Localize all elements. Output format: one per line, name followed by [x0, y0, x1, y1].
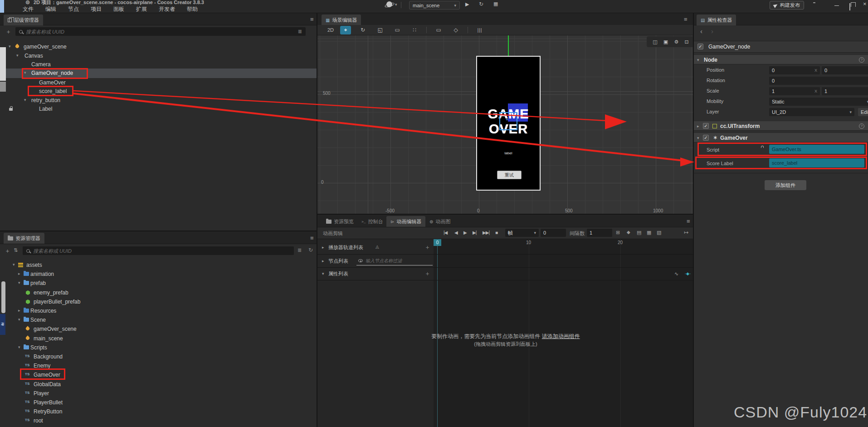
- play-icon[interactable]: ▶: [463, 230, 467, 235]
- animation-menu-icon[interactable]: ≡: [687, 218, 690, 224]
- pivot-button[interactable]: ▭: [433, 26, 444, 34]
- score-label-field[interactable]: score_label: [769, 158, 864, 167]
- layout-icon[interactable]: ◫: [653, 39, 657, 45]
- add-component-button[interactable]: 添加组件: [765, 180, 806, 190]
- coordinate-button[interactable]: ◇: [450, 26, 461, 34]
- tree-row[interactable]: GameOver: [0, 78, 317, 87]
- track-list-label[interactable]: 播放器轨道列表: [328, 244, 363, 251]
- lock-icon[interactable]: [9, 108, 13, 111]
- menu-file[interactable]: 文件: [23, 5, 34, 13]
- clip-doc-icon[interactable]: ▧: [657, 230, 661, 236]
- eye-icon[interactable]: [358, 259, 363, 262]
- scene-select-dropdown[interactable]: main_scene ▾: [409, 1, 460, 10]
- chevron-right-icon[interactable]: ▸: [18, 308, 20, 313]
- menu-panel[interactable]: 面板: [113, 5, 124, 13]
- restore-button[interactable]: [849, 3, 850, 10]
- menu-developer[interactable]: 开发者: [159, 5, 175, 13]
- property-list-label[interactable]: 属性列表: [328, 270, 348, 277]
- tab-animation-graph[interactable]: ⊚ 动画图: [425, 216, 454, 227]
- grid-toggle-icon[interactable]: ⊞: [616, 230, 620, 236]
- tree-row[interactable]: TS GlobalData: [0, 380, 317, 389]
- view-config-icon[interactable]: ⊡: [685, 39, 689, 45]
- save-clip-icon[interactable]: ▤: [637, 230, 641, 236]
- menu-node[interactable]: 节点: [68, 5, 79, 13]
- tree-row[interactable]: ▾ gameOver_scene: [0, 42, 317, 51]
- chevron-down-icon[interactable]: ▾: [9, 44, 11, 49]
- hierarchy-add-button[interactable]: ＋: [5, 28, 11, 36]
- skip-start-icon[interactable]: |◀: [444, 230, 447, 235]
- snap-settings-button[interactable]: |||: [474, 26, 485, 34]
- divider[interactable]: [0, 231, 317, 231]
- add-property-button[interactable]: ＋: [424, 270, 430, 278]
- node-section-header[interactable]: ▾ Node ?: [694, 54, 868, 64]
- tree-row[interactable]: TS Enemy: [0, 361, 317, 370]
- move-tool-button[interactable]: ⌖: [340, 26, 351, 34]
- minimize-button[interactable]: [834, 5, 839, 6]
- prev-frame-icon[interactable]: ◀: [454, 230, 458, 235]
- tree-row[interactable]: ▾ prefab: [0, 279, 317, 288]
- scale-x-field[interactable]: 1 X: [769, 87, 820, 95]
- hierarchy-search-input[interactable]: [26, 29, 295, 34]
- rect-tool-button[interactable]: ▭: [392, 26, 403, 34]
- tree-row[interactable]: ▾ assets: [0, 260, 317, 270]
- tab-console[interactable]: >_ 控制台: [357, 216, 387, 227]
- divider[interactable]: [693, 13, 694, 427]
- close-button[interactable]: ×: [863, 0, 867, 7]
- nav-forward-icon[interactable]: ›: [711, 27, 713, 35]
- hierarchy-menu-icon[interactable]: ≡: [310, 16, 314, 22]
- frame-value-input[interactable]: [541, 229, 566, 237]
- tree-row[interactable]: TS root: [0, 416, 317, 425]
- play-button[interactable]: ▶: [465, 1, 469, 7]
- position-y-field[interactable]: 0: [822, 66, 868, 74]
- toggle-2d-button[interactable]: 2D: [327, 27, 334, 33]
- uitransform-section-header[interactable]: ▸ cc.UITransform ?: [694, 121, 868, 131]
- hierarchy-search[interactable]: ≣: [15, 27, 306, 36]
- node-filter-input[interactable]: [366, 258, 431, 263]
- layer-edit-button[interactable]: Edit: [858, 108, 868, 116]
- chevron-right-icon[interactable]: ▸: [322, 259, 324, 263]
- rotation-field[interactable]: 0: [769, 77, 868, 85]
- tree-row[interactable]: main_scene: [0, 334, 317, 343]
- gizmo-selection-box[interactable]: [499, 112, 517, 130]
- node-list-label[interactable]: 节点列表: [328, 258, 348, 265]
- tree-row[interactable]: gameOver_scene: [0, 324, 317, 334]
- tree-row[interactable]: TS Player: [0, 389, 317, 398]
- chevron-down-icon[interactable]: ▾: [18, 345, 20, 349]
- tree-row[interactable]: ▸ Resources: [0, 306, 317, 315]
- chevron-down-icon[interactable]: ▾: [13, 262, 15, 267]
- curve-icon[interactable]: ∿: [674, 271, 678, 277]
- tree-row[interactable]: TS GameOver: [0, 370, 317, 379]
- mobility-dropdown[interactable]: Static ▾: [769, 98, 868, 106]
- uitransform-checkbox[interactable]: [703, 123, 709, 129]
- scene-menu-icon[interactable]: ≡: [684, 16, 688, 22]
- menu-edit[interactable]: 编辑: [45, 5, 56, 13]
- chevron-down-icon[interactable]: ▾: [24, 70, 26, 75]
- scale-tool-button[interactable]: ◱: [375, 26, 385, 34]
- chevron-right-icon[interactable]: ▸: [18, 271, 20, 276]
- divider[interactable]: [317, 214, 694, 215]
- menu-project[interactable]: 项目: [91, 5, 102, 13]
- chevron-down-icon[interactable]: ▾: [18, 317, 20, 322]
- tree-row[interactable]: score_label: [0, 87, 317, 96]
- add-animation-component-link[interactable]: 请添加动画组件: [542, 333, 580, 339]
- retry-button[interactable]: 重试: [497, 171, 522, 179]
- help-icon[interactable]: ?: [859, 123, 864, 129]
- node-active-checkbox[interactable]: [697, 44, 703, 49]
- scale-y-field[interactable]: 1: [822, 87, 868, 95]
- clip-list-icon[interactable]: ▦: [647, 230, 651, 236]
- tree-row[interactable]: ▾ retry_button: [0, 96, 317, 105]
- tree-row[interactable]: TS PlayerBullet: [0, 398, 317, 407]
- key-icon[interactable]: -◆-: [685, 271, 691, 276]
- gameover-section-header[interactable]: ▾ ∗ GameOver: [694, 133, 868, 142]
- tree-row[interactable]: ▾ Canvas: [0, 51, 317, 60]
- chevron-down-icon[interactable]: ▾: [16, 53, 19, 58]
- chevron-down-icon[interactable]: ▾: [18, 280, 20, 285]
- tree-row[interactable]: ▾ Scene: [0, 315, 317, 324]
- build-publish-button[interactable]: 构建发布: [770, 1, 804, 10]
- tree-row[interactable]: TS RetryButton: [0, 407, 317, 416]
- tree-row[interactable]: enemy_prefab: [0, 288, 317, 297]
- reload-button[interactable]: ↻: [479, 1, 483, 7]
- anchor-tool-button[interactable]: ∷: [409, 26, 420, 34]
- chevron-right-icon[interactable]: ▸: [322, 245, 324, 250]
- tree-row[interactable]: playerBullet_prefab: [0, 297, 317, 306]
